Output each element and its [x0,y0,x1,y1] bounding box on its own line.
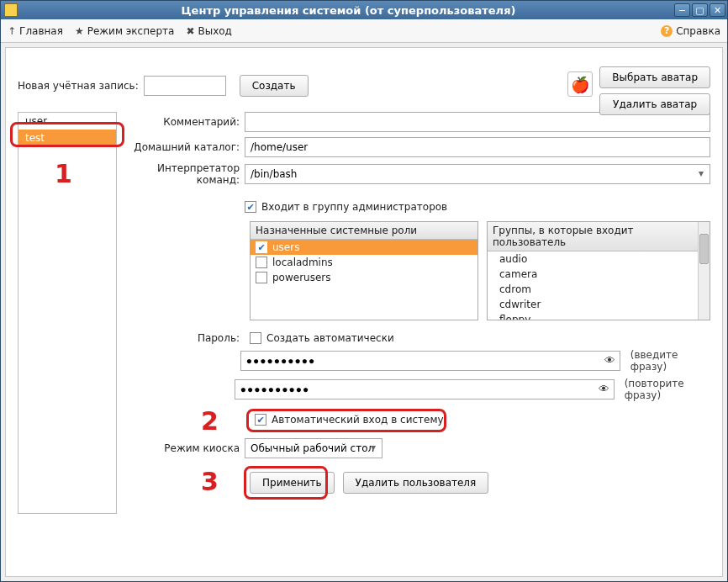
toolbar-expert-label: Режим эксперта [87,25,175,37]
toolbar: ↑ Главная ★ Режим эксперта ✖ Выход ? Спр… [1,19,727,43]
password-auto-label: Создать автоматически [266,332,394,344]
password-enter-hint: (введите фразу) [630,349,710,373]
toolbar-main-label: Главная [19,25,63,37]
role-name: users [272,241,299,253]
user-list-wrap: user test 1 [18,112,117,514]
app-icon [4,3,18,17]
user-list[interactable]: user test [18,112,117,514]
minimize-button[interactable]: ─ [674,3,690,17]
role-name: localadmins [272,257,333,268]
annotation-number-3: 3 [201,467,219,496]
roles-groups-row: Назначенные системные роли users localad… [250,221,710,320]
home-label: Домашний каталог: [125,141,245,153]
avatar-image[interactable]: 🍎 [567,71,593,97]
shell-combo[interactable] [245,164,710,184]
form-column: Комментарий: Домашний каталог: Интерпрет… [125,112,710,514]
group-item[interactable]: cdrom [488,282,698,297]
eye-icon[interactable]: 👁 [599,383,609,395]
password-input[interactable] [240,351,620,371]
password-auto-checkbox[interactable] [250,332,261,344]
admin-group-label: Входит в группу администраторов [261,201,447,213]
apply-button[interactable]: Применить [250,472,335,494]
close-button[interactable]: ✕ [710,3,725,17]
toolbar-help[interactable]: ? Справка [661,25,720,37]
kiosk-combo[interactable] [245,438,382,458]
delete-avatar-button[interactable]: Удалить аватар [599,93,710,115]
password-repeat-input[interactable] [235,379,615,399]
new-account-input[interactable] [144,76,226,96]
annotation-number-2: 2 [201,406,219,436]
groups-listbox[interactable]: Группы, в которые входит пользователь au… [487,221,710,320]
role-checkbox[interactable] [256,241,267,253]
password-label: Пароль: [125,332,245,344]
content-area: 🍎 Выбрать аватар Удалить аватар Новая уч… [5,47,723,577]
avatar-panel: 🍎 Выбрать аватар Удалить аватар [567,66,710,115]
maximize-button[interactable]: ▢ [692,3,708,17]
user-list-item[interactable]: user [18,113,116,130]
star-icon: ★ [75,25,84,37]
select-avatar-button[interactable]: Выбрать аватар [599,66,710,88]
scrollbar-thumb[interactable] [699,234,709,264]
shell-label: Интерпретатор команд: [125,162,245,186]
home-input[interactable] [245,137,710,157]
new-account-label: Новая учётная запись: [18,80,139,92]
exit-icon: ✖ [186,25,194,37]
create-account-button[interactable]: Создать [240,75,309,97]
groups-scrollbar[interactable] [698,222,710,320]
titlebar: Центр управления системой (от суперпольз… [1,1,727,19]
role-name: powerusers [272,272,331,283]
main-columns: user test 1 Комментарий: Домашний катало… [18,112,710,514]
admin-group-checkbox[interactable] [245,201,256,213]
password-repeat-hint: (повторите фразу) [625,378,710,401]
toolbar-exit[interactable]: ✖ Выход [186,25,232,37]
comment-label: Комментарий: [125,116,245,128]
roles-listbox[interactable]: Назначенные системные роли users localad… [250,221,478,320]
groups-header: Группы, в которые входит пользователь [488,222,710,251]
eye-icon[interactable]: 👁 [604,354,615,367]
role-item[interactable]: users [251,240,477,255]
window-controls: ─ ▢ ✕ [674,3,725,17]
auto-login-checkbox[interactable] [255,414,266,426]
delete-user-button[interactable]: Удалить пользователя [343,472,489,494]
toolbar-main[interactable]: ↑ Главная [8,25,63,37]
group-item[interactable]: audio [488,251,698,267]
group-item[interactable]: cdwriter [488,297,698,312]
user-list-item[interactable]: test [18,130,116,146]
apple-icon: 🍎 [571,76,589,93]
arrow-up-icon: ↑ [8,25,16,37]
role-checkbox[interactable] [256,257,267,268]
role-item[interactable]: powerusers [251,270,477,285]
group-item[interactable]: camera [488,267,698,282]
group-item[interactable]: floppy [488,312,698,320]
roles-header: Назначенные системные роли [251,222,477,240]
auto-login-label: Автоматический вход в систему [272,414,444,426]
toolbar-help-label: Справка [676,25,720,37]
help-icon: ? [661,25,673,37]
role-item[interactable]: localadmins [251,255,477,270]
kiosk-label: Режим киоска [125,442,245,454]
window-title: Центр управления системой (от суперпольз… [23,4,674,17]
toolbar-expert[interactable]: ★ Режим эксперта [75,25,174,37]
app-window: Центр управления системой (от суперпольз… [0,0,728,582]
toolbar-exit-label: Выход [198,25,231,37]
role-checkbox[interactable] [256,272,267,283]
